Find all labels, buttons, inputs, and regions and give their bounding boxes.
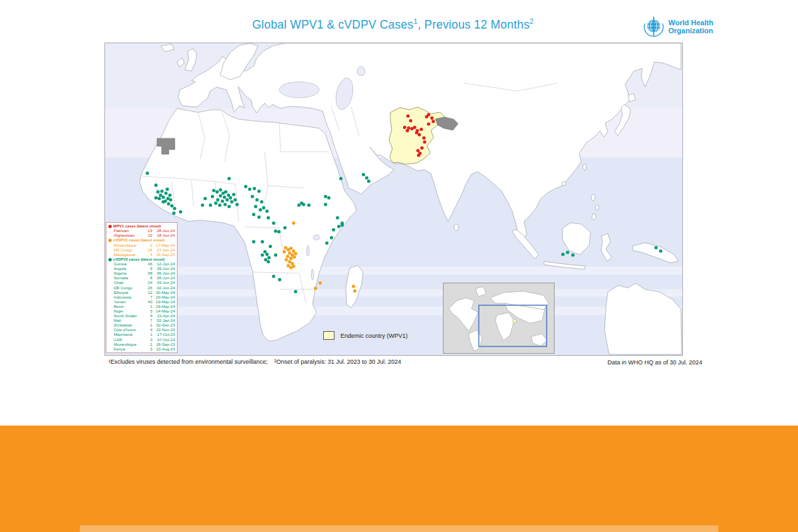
case-dot-wpv1 (420, 128, 423, 131)
legend-row: Afghanistan1018-Jun-24 (108, 233, 175, 238)
case-dot-wpv1 (417, 154, 420, 157)
case-dot-cvdpv2 (211, 195, 214, 198)
legend-row: Pakistan1328-Jun-24 (108, 229, 175, 233)
case-dot-cvdpv2 (324, 203, 327, 206)
legend-row: Angola509-Jun-24 (108, 267, 175, 271)
case-dot-cvdpv2 (262, 206, 265, 209)
case-dot-cvdpv2 (307, 203, 311, 207)
case-dot-cvdpv1 (314, 287, 317, 290)
case-dot-cvdpv2 (302, 203, 305, 206)
endemic-legend: Endemic country (WPV1) (323, 331, 408, 340)
legend-row: South Sudan922-Apr-24 (108, 314, 175, 319)
case-dot-cvdpv2 (172, 211, 176, 215)
case-dot-cvdpv2 (154, 196, 158, 200)
case-dot-wpv1 (423, 140, 426, 144)
case-dot-cvdpv2 (267, 260, 270, 263)
case-dot-cvdpv2 (259, 208, 262, 211)
case-dot-cvdpv2 (225, 198, 229, 201)
legend-section-header: cVDPV2 cases (latest onset) (108, 257, 175, 262)
case-dot-wpv1 (403, 126, 406, 129)
case-dot-cvdpv2 (160, 190, 164, 193)
case-dot-cvdpv2 (274, 253, 277, 257)
case-dot-wpv1 (406, 114, 410, 118)
legend-row: Mali702-Jan-24 (108, 319, 175, 323)
legend-row: CAR307-Oct-23 (108, 338, 175, 342)
case-dot-cvdpv2 (164, 192, 168, 195)
case-dot-cvdpv2 (233, 198, 237, 201)
case-dot-cvdpv2 (654, 246, 658, 249)
case-dot-cvdpv1 (285, 258, 288, 261)
case-dot-cvdpv2 (659, 249, 662, 253)
legend-row: DR Congo2602-Jun-24 (108, 286, 175, 291)
case-dot-cvdpv1 (319, 281, 322, 285)
case-dot-cvdpv2 (365, 176, 368, 180)
legend-row: Ethiopia1230-May-24 (108, 291, 175, 295)
endemic-swatch (323, 331, 334, 340)
case-dot-cvdpv2 (257, 190, 261, 193)
case-dot-cvdpv2 (362, 173, 365, 176)
case-dot-cvdpv2 (277, 230, 281, 233)
endemic-label: Endemic country (WPV1) (340, 332, 408, 339)
legend-row: Guinea4612-Jun-24 (108, 262, 175, 267)
case-dot-cvdpv2 (209, 203, 212, 207)
case-dot-cvdpv2 (162, 196, 165, 199)
case-dot-cvdpv2 (158, 197, 161, 200)
case-dot-cvdpv2 (162, 200, 165, 203)
who-emblem-icon (642, 15, 665, 38)
legend-row: Yemen4019-May-24 (108, 300, 175, 305)
legend-section-label: cVDPV2 cases (latest onset) (113, 257, 165, 262)
case-dot-cvdpv2 (230, 200, 233, 203)
case-dot-cvdpv2 (261, 240, 264, 243)
case-dot-cvdpv2 (566, 251, 569, 254)
case-dot-cvdpv2 (253, 187, 256, 190)
case-dot-cvdpv2 (203, 197, 207, 200)
map-dots (105, 43, 682, 355)
case-dot-cvdpv2 (261, 253, 264, 257)
who-logo-line1: World Health (668, 19, 714, 27)
inset-locator-map (443, 283, 555, 354)
case-dot-cvdpv2 (272, 221, 275, 225)
case-dot-cvdpv2 (156, 190, 160, 194)
case-dot-cvdpv2 (269, 245, 272, 248)
case-dot-cvdpv2 (179, 210, 182, 213)
case-dot-cvdpv2 (227, 177, 231, 180)
legend-row: Madagascar416-Sep-23 (108, 253, 175, 257)
case-dot-cvdpv2 (146, 172, 149, 175)
case-dot-cvdpv2 (294, 290, 297, 293)
case-dot-wpv1 (420, 146, 424, 150)
case-dot-wpv1 (427, 113, 430, 116)
case-dot-wpv1 (406, 129, 409, 132)
case-dot-cvdpv2 (267, 216, 270, 219)
legend-dot-icon (108, 258, 112, 261)
legend-section-header: cVDPV1 cases (latest onset) (108, 238, 175, 243)
map-footnote: ¹Excludes viruses detected from environm… (108, 358, 401, 365)
map-data-date: Data in WHO HQ as of 30 Jul. 2024 (585, 359, 702, 366)
legend-section-header: WPV1 cases (latest onset) (108, 224, 175, 229)
legend-row: Mauritania117-Oct-23 (108, 332, 175, 337)
case-dot-cvdpv2 (278, 278, 281, 281)
legend-row: Somalia805-Jun-24 (108, 276, 175, 281)
case-dot-cvdpv2 (336, 216, 339, 219)
legend-dot-icon (108, 239, 112, 242)
case-dot-cvdpv2 (267, 256, 271, 259)
legend-row: Mozambique126-Sep-23 (108, 342, 175, 347)
case-dot-cvdpv2 (235, 203, 239, 206)
legend-row: Niger514-May-24 (108, 309, 175, 314)
case-dot-cvdpv2 (219, 194, 222, 198)
case-dot-wpv1 (418, 133, 421, 136)
case-dot-cvdpv2 (274, 229, 277, 233)
case-dot-cvdpv2 (325, 241, 329, 245)
legend-section-label: cVDPV1 cases (latest onset) (113, 238, 165, 243)
world-map: WPV1 cases (latest onset)Pakistan1328-Ju… (104, 43, 683, 356)
case-dot-cvdpv2 (252, 213, 255, 216)
case-dot-wpv1 (410, 127, 414, 130)
case-dot-cvdpv2 (265, 209, 269, 213)
case-dot-cvdpv2 (168, 194, 172, 197)
legend-row: Côte d'Ivoire422-Nov-23 (108, 328, 175, 332)
case-dot-cvdpv2 (212, 189, 215, 192)
case-dot-cvdpv2 (337, 225, 340, 228)
case-dot-cvdpv1 (292, 265, 295, 268)
legend-row: Nigeria9806-Jun-24 (108, 271, 175, 276)
case-dot-cvdpv2 (248, 188, 251, 191)
who-logo-line2: Organization (668, 27, 714, 35)
